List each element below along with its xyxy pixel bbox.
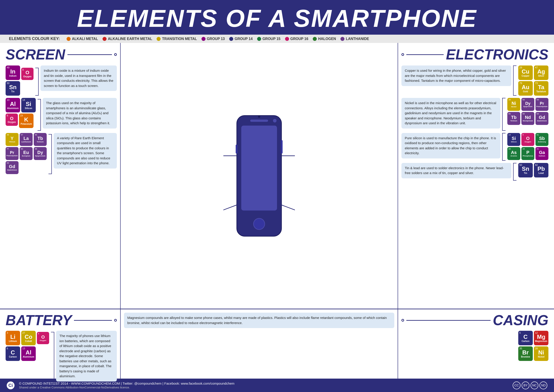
svg-line-11 bbox=[282, 205, 295, 212]
battery-title-line bbox=[74, 320, 112, 321]
element-tin-2: 50 Sn Tin bbox=[518, 163, 533, 177]
transition-dot bbox=[157, 37, 161, 41]
svg-rect-7 bbox=[281, 140, 283, 154]
elec-elem-row-3b: 33 As Arsenic 15 P Phosphorus 31 bbox=[507, 147, 548, 160]
battery-elements: 3 Li Lithium 27 Co Cobalt 8 bbox=[6, 331, 49, 361]
alkaline-label: ALKALINE EARTH METAL bbox=[108, 37, 152, 41]
key-lanthanide: LANTHANIDE bbox=[340, 37, 369, 41]
halogen-label: HALOGEN bbox=[318, 37, 336, 41]
cc-icon-cc: CC bbox=[513, 381, 520, 389]
battery-desc: The majority of phones use lithium ion b… bbox=[56, 331, 117, 381]
group14-dot bbox=[229, 37, 233, 41]
phone-svg bbox=[223, 111, 295, 241]
group15-label: GROUP 15 bbox=[263, 37, 281, 41]
svg-point-4 bbox=[254, 218, 265, 230]
casing-content: 6 C Carbon 12 Mg Magnesium bbox=[402, 331, 548, 361]
casing-elem-row-1: 6 C Carbon 12 Mg Magnesium bbox=[518, 331, 548, 345]
element-oxygen-2: 8 O Oxygen bbox=[6, 113, 18, 126]
svg-line-10 bbox=[223, 205, 237, 212]
casing-desc: Magnesium compounds are alloyed to make … bbox=[124, 313, 394, 328]
screen-connector-dot bbox=[114, 53, 117, 56]
elec-bracket-1 bbox=[513, 65, 516, 96]
key-group16: GROUP 16 bbox=[285, 37, 309, 41]
battery-elem-row-2: 6 C Carbon 13 Al Aluminium bbox=[6, 346, 49, 361]
element-nickel: 28 Ni Nickel bbox=[507, 98, 520, 111]
alkaline-dot bbox=[103, 37, 107, 41]
bracket-2 bbox=[38, 99, 41, 131]
element-aluminium-2: 13 Al Aluminium bbox=[21, 346, 36, 361]
element-nickel-2: 28 Ni Nickel bbox=[534, 346, 548, 361]
element-tin-1: 50 Sn Tin bbox=[6, 81, 20, 96]
screen-elem-row-2b: 8 O Oxygen 19 K Potassium bbox=[6, 113, 36, 128]
color-key-bar: ELEMENTS COLOUR KEY: ALKALI METAL ALKALI… bbox=[0, 35, 554, 43]
element-terbium-2: 65 Tb Terbium bbox=[507, 112, 520, 125]
bracket-3 bbox=[48, 134, 52, 174]
element-magnesium: 12 Mg Magnesium bbox=[534, 331, 548, 345]
battery-bracket bbox=[51, 332, 54, 384]
element-gadolinium-2: 64 Gd Gadolinium bbox=[535, 112, 548, 125]
element-antimony: 51 Sb Antimony bbox=[535, 133, 548, 146]
screen-elem-group-3: 39 Y Yttrium 57 La Lanthanum 65 bbox=[6, 133, 47, 174]
casing-title-line bbox=[406, 320, 491, 321]
phone-illustration-container bbox=[121, 43, 398, 309]
element-bromine: 35 Br Bromine bbox=[518, 346, 533, 361]
element-aluminium-1: 13 Al Aluminium bbox=[6, 98, 20, 112]
color-key-label: ELEMENTS COLOUR KEY: bbox=[9, 36, 60, 41]
elec-elem-group-2: 28 Ni Nickel 66 Dy Dysprosium 59 bbox=[507, 98, 548, 125]
screen-elem-group-2: 13 Al Aluminium 14 Si Silicon bbox=[6, 98, 36, 128]
elec-bracket-2 bbox=[502, 98, 506, 131]
element-gallium: 31 Ga Gallium bbox=[535, 147, 548, 160]
desc-3: A variety of Rare Earth Element compound… bbox=[54, 133, 117, 168]
casing-section: CASING 6 C Carbon 12 Mg bbox=[398, 309, 554, 378]
main-content: SCREEN 49 In Indium bbox=[0, 43, 554, 378]
elec-elem-row-3a: 14 Si Silicon 8 O Oxygen 51 bbox=[507, 133, 548, 146]
casing-connector-dot bbox=[402, 319, 404, 322]
lanthanide-label: LANTHANIDE bbox=[346, 37, 369, 41]
casing-title-row: CASING bbox=[402, 312, 548, 329]
screen-elem-row-3b: 59 Pr Praseodymium 63 Eu Europium 66 bbox=[6, 147, 47, 160]
elec-elem-row-1a: 29 Cu Copper 47 Ag Silver bbox=[518, 65, 548, 80]
svg-point-3 bbox=[273, 119, 277, 122]
element-oxygen-1: 8 O Oxygen bbox=[21, 68, 34, 80]
electronics-title: ELECTRONICS bbox=[446, 46, 548, 63]
element-indium: 49 In Indium bbox=[6, 65, 20, 80]
casing-title: CASING bbox=[493, 312, 548, 329]
screen-group-2: 13 Al Aluminium 14 Si Silicon bbox=[6, 98, 117, 131]
screen-elem-row-3c: 64 Gd Gadolinium bbox=[6, 161, 47, 174]
group15-dot bbox=[257, 37, 261, 41]
battery-elem-row-1: 3 Li Lithium 27 Co Cobalt 8 bbox=[6, 331, 49, 345]
bracket-1 bbox=[35, 68, 39, 96]
group13-label: GROUP 13 bbox=[207, 37, 225, 41]
svg-rect-6 bbox=[236, 145, 237, 154]
casing-elements: 6 C Carbon 12 Mg Magnesium bbox=[518, 331, 548, 361]
element-lanthanum: 57 La Lanthanum bbox=[20, 133, 33, 146]
screen-elem-row-1a: 49 In Indium 8 O Oxygen bbox=[6, 65, 34, 80]
footer-subtext: Shared under a Creative Commons Attribut… bbox=[19, 386, 235, 389]
header: ELEMENTS OF A SMARTPHONE bbox=[0, 0, 554, 35]
casing-elem-row-2: 35 Br Bromine 28 Ni Nickel bbox=[518, 346, 548, 361]
key-alkali: ALKALI METAL bbox=[67, 37, 98, 41]
element-gold: 79 Au Gold bbox=[518, 81, 533, 96]
battery-content: 3 Li Lithium 27 Co Cobalt 8 bbox=[6, 331, 117, 384]
battery-title: BATTERY bbox=[6, 312, 72, 329]
key-group14: GROUP 14 bbox=[229, 37, 253, 41]
lower-section: BATTERY 3 Li Lithium 27 bbox=[0, 309, 554, 378]
screen-elem-row-1b: 50 Sn Tin bbox=[6, 81, 34, 96]
element-tantalum: 73 Ta Tantalum bbox=[534, 81, 548, 96]
elec-desc-4: Tin & lead are used to solder electronic… bbox=[402, 163, 511, 178]
element-praseodymium-1: 59 Pr Praseodymium bbox=[6, 147, 19, 160]
page-container: ELEMENTS OF A SMARTPHONE ELEMENTS COLOUR… bbox=[0, 0, 554, 392]
cc-icon-nc: NC bbox=[531, 381, 538, 389]
elec-group-4: Tin & lead are used to solder electronic… bbox=[402, 163, 548, 181]
electronics-connector-dot bbox=[402, 53, 404, 56]
elec-desc-3: Pure silicon is used to manufacture the … bbox=[402, 133, 500, 158]
element-terbium-1: 65 Tb Terbium bbox=[34, 133, 47, 146]
element-silicon-2: 14 Si Silicon bbox=[507, 133, 520, 146]
element-silver: 47 Ag Silver bbox=[534, 65, 548, 80]
elec-elem-row-2a: 28 Ni Nickel 66 Dy Dysprosium 59 bbox=[507, 98, 548, 111]
elec-group-1: Copper is used for wiring in the phone, … bbox=[402, 65, 548, 96]
alkali-label: ALKALI METAL bbox=[72, 37, 98, 41]
screen-elem-group-1: 49 In Indium 8 O Oxygen bbox=[6, 65, 34, 96]
elec-desc-1: Copper is used for wiring in the phone, … bbox=[402, 65, 511, 86]
element-lithium: 3 Li Lithium bbox=[6, 331, 20, 345]
